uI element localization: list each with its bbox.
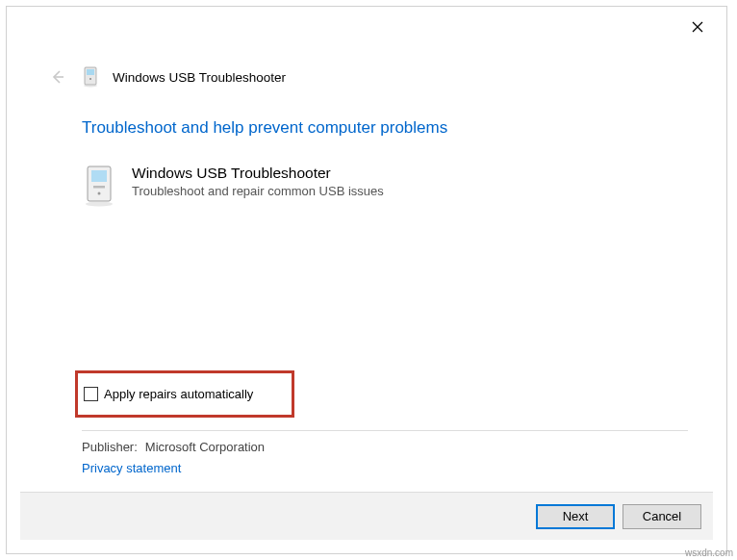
footer: Next Cancel: [20, 492, 713, 540]
troubleshooter-item[interactable]: Windows USB Troubleshooter Troubleshoot …: [82, 165, 688, 207]
close-icon: [692, 21, 703, 33]
troubleshooter-item-text: Windows USB Troubleshooter Troubleshoot …: [132, 165, 384, 198]
item-description: Troubleshoot and repair common USB issue…: [132, 184, 384, 198]
item-title: Windows USB Troubleshooter: [132, 165, 384, 182]
window-title: Windows USB Troubleshooter: [113, 70, 286, 85]
troubleshooter-small-icon: [82, 66, 99, 88]
svg-point-11: [86, 202, 113, 207]
watermark: wsxdn.com: [685, 547, 733, 558]
divider: [82, 430, 688, 431]
apply-repairs-checkbox[interactable]: [84, 387, 98, 401]
troubleshooter-window: Windows USB Troubleshooter Troubleshoot …: [6, 6, 727, 554]
publisher-row: Publisher: Microsoft Corporation: [82, 440, 265, 454]
cancel-button[interactable]: Cancel: [623, 504, 701, 529]
svg-rect-8: [91, 170, 107, 182]
svg-point-5: [89, 78, 91, 80]
apply-repairs-label: Apply repairs automatically: [104, 387, 253, 401]
close-button[interactable]: [678, 13, 717, 41]
header: Windows USB Troubleshooter: [47, 66, 286, 88]
content-area: Troubleshoot and help prevent computer p…: [82, 118, 688, 226]
back-button[interactable]: [47, 66, 68, 88]
privacy-statement-link[interactable]: Privacy statement: [82, 461, 181, 475]
computer-tower-icon: [82, 165, 116, 207]
svg-point-6: [84, 85, 97, 88]
apply-repairs-checkbox-row[interactable]: Apply repairs automatically: [84, 387, 253, 401]
svg-point-10: [98, 192, 101, 195]
publisher-value: Microsoft Corporation: [145, 440, 265, 454]
svg-rect-9: [93, 186, 105, 189]
highlight-annotation: Apply repairs automatically: [75, 370, 294, 418]
next-button[interactable]: Next: [536, 504, 615, 529]
back-arrow-icon: [49, 68, 66, 86]
publisher-label: Publisher:: [82, 440, 138, 454]
svg-rect-4: [87, 69, 94, 75]
main-heading: Troubleshoot and help prevent computer p…: [82, 118, 688, 138]
